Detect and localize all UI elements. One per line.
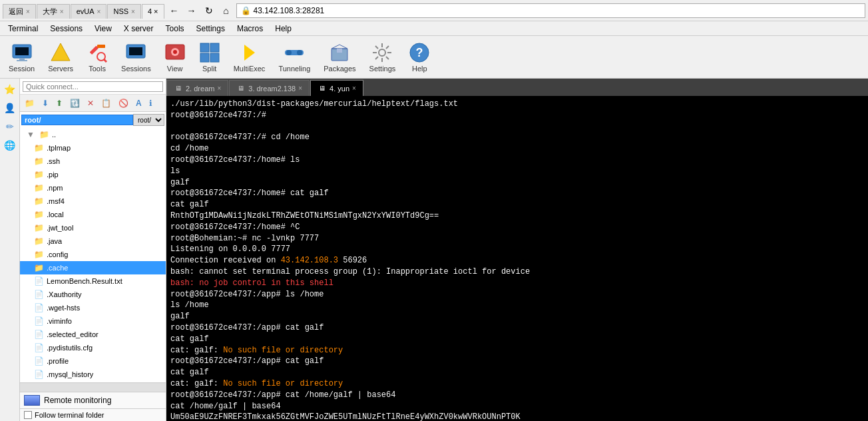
toolbar-multiexec[interactable]: MultiExec bbox=[228, 38, 272, 77]
svg-point-20 bbox=[286, 50, 292, 55]
nav-home-button[interactable]: ⌂ bbox=[219, 3, 234, 18]
toolbar-servers[interactable]: Servers bbox=[42, 38, 79, 77]
svg-line-32 bbox=[386, 46, 389, 49]
toolbar-packages[interactable]: Packages bbox=[318, 38, 361, 77]
list-item[interactable]: 📁 .java bbox=[20, 234, 166, 248]
list-item[interactable]: 📄 .selected_editor bbox=[20, 328, 166, 341]
list-item[interactable]: 📁 .msf4 bbox=[20, 195, 166, 208]
nav-back-button[interactable]: ← bbox=[167, 3, 182, 18]
browser-tab-close-2[interactable]: × bbox=[60, 8, 64, 15]
svg-text:?: ? bbox=[416, 46, 423, 59]
list-item[interactable]: 📄 LemonBench.Result.txt bbox=[20, 274, 166, 288]
list-item[interactable]: 📁 .npm bbox=[20, 181, 166, 195]
fp-btn-4[interactable]: 🔃 bbox=[67, 97, 83, 109]
list-item[interactable]: 📁 .local bbox=[20, 208, 166, 221]
browser-tab-5[interactable]: 4 × bbox=[142, 4, 164, 19]
menu-settings[interactable]: Settings bbox=[191, 23, 230, 35]
toolbar-view[interactable]: View bbox=[158, 38, 192, 77]
tab-close-dream2[interactable]: × bbox=[298, 85, 302, 92]
sidebar-edit-icon[interactable]: ✏ bbox=[2, 119, 18, 135]
list-item[interactable]: 📁 .config bbox=[20, 248, 166, 261]
term-line-12: root@361672ce4737:/home# ^C bbox=[170, 222, 864, 233]
nav-forward-button[interactable]: → bbox=[184, 3, 199, 18]
follow-terminal-checkbox[interactable]: Follow terminal folder bbox=[20, 408, 166, 421]
list-item[interactable]: 📄 .viminfo bbox=[20, 314, 166, 328]
path-input[interactable] bbox=[21, 115, 133, 125]
toolbar-tools[interactable]: Tools bbox=[81, 38, 114, 77]
browser-tab-label-1: 返回 bbox=[9, 7, 23, 17]
menu-macros[interactable]: Macros bbox=[232, 23, 268, 35]
list-item[interactable]: 📁 .ssh bbox=[20, 155, 166, 168]
nav-refresh-button[interactable]: ↻ bbox=[202, 3, 216, 18]
toolbar-split[interactable]: Split bbox=[193, 38, 226, 77]
fp-btn-7[interactable]: 🚫 bbox=[115, 97, 132, 109]
toolbar-sessions[interactable]: Sessions bbox=[115, 38, 157, 77]
list-item[interactable]: 📁 .pip bbox=[20, 168, 166, 181]
remote-monitoring-btn[interactable]: Remote monitoring bbox=[20, 392, 166, 408]
tab-close-dream[interactable]: × bbox=[217, 85, 221, 92]
fp-btn-8[interactable]: A bbox=[132, 97, 145, 109]
remote-monitoring-icon bbox=[24, 395, 40, 406]
quick-connect-input[interactable] bbox=[23, 81, 163, 92]
address-bar[interactable]: 🔒 43.142.108.3:28281 bbox=[236, 3, 865, 18]
fp-btn-3[interactable]: ⬆ bbox=[53, 97, 66, 109]
toolbar-view-label: View bbox=[167, 65, 183, 73]
list-item[interactable]: 📄 .profile bbox=[20, 354, 166, 368]
folder-icon: 📁 bbox=[33, 156, 44, 167]
term-line-11: RnthOTg1MDAwNi1jNzdkLTRhZWEtOTNiMS1mNTgx… bbox=[170, 210, 864, 222]
tab-dream[interactable]: 🖥 2. dream × bbox=[166, 80, 228, 96]
main-area: ⭐ 👤 ✏ 🌐 📁 ⬇ ⬆ 🔃 ✕ 📋 🚫 A ℹ root/ bbox=[0, 79, 868, 421]
browser-tab-close-1[interactable]: × bbox=[26, 8, 30, 15]
browser-tab-close-3[interactable]: × bbox=[97, 8, 101, 15]
sidebar-user-icon[interactable]: 👤 bbox=[2, 100, 18, 116]
toolbar-help[interactable]: ? Help bbox=[403, 38, 436, 77]
browser-tab-2[interactable]: 大学× bbox=[37, 4, 70, 19]
list-item[interactable]: ▼ 📁 .. bbox=[20, 128, 166, 141]
svg-line-31 bbox=[386, 57, 389, 59]
fp-btn-5[interactable]: ✕ bbox=[84, 97, 97, 109]
tab-dream2[interactable]: 🖥 3. dream2.138 × bbox=[229, 80, 310, 96]
browser-tab-1[interactable]: 返回× bbox=[3, 4, 36, 19]
list-item[interactable]: 📄 .Xauthority bbox=[20, 288, 166, 301]
toolbar-settings[interactable]: Settings bbox=[363, 38, 402, 77]
sessions-icon bbox=[125, 42, 146, 63]
terminal-content[interactable]: ./usr/lib/python3/dist-packages/mercuria… bbox=[166, 96, 868, 421]
toolbar-session[interactable]: Session bbox=[3, 38, 41, 77]
browser-tab-4[interactable]: NSS× bbox=[107, 4, 140, 19]
tab-bar: 🖥 2. dream × 🖥 3. dream2.138 × 🖥 4. yun … bbox=[166, 79, 868, 96]
file-item-name: .pydistutils.cfg bbox=[47, 344, 93, 352]
list-item[interactable]: 📄 .pydistutils.cfg bbox=[20, 341, 166, 354]
browser-tab-close-4[interactable]: × bbox=[131, 8, 135, 15]
tab-yun[interactable]: 🖥 4. yun × bbox=[310, 80, 363, 96]
list-item-cache[interactable]: 📁 .cache bbox=[20, 261, 166, 274]
toolbar-tunneling[interactable]: Tunneling bbox=[272, 38, 316, 77]
menu-tools[interactable]: Tools bbox=[160, 23, 190, 35]
fp-btn-6[interactable]: 📋 bbox=[98, 97, 114, 109]
list-item[interactable]: 📄 .wget-hsts bbox=[20, 301, 166, 314]
follow-terminal-check[interactable] bbox=[24, 411, 32, 419]
browser-tab-3[interactable]: evUA× bbox=[71, 4, 107, 19]
file-item-name: .. bbox=[52, 131, 56, 139]
file-item-name: .Xauthority bbox=[47, 290, 82, 298]
sidebar-globe-icon[interactable]: 🌐 bbox=[2, 137, 18, 153]
path-dropdown[interactable]: root/ bbox=[133, 114, 164, 126]
menu-xserver[interactable]: X server bbox=[118, 23, 159, 35]
tab-close-yun[interactable]: × bbox=[352, 85, 356, 92]
file-icon: 📄 bbox=[33, 356, 44, 366]
list-item[interactable]: 📁 .tplmap bbox=[20, 141, 166, 155]
list-item[interactable]: 📁 .jwt_tool bbox=[20, 221, 166, 234]
term-line-18: root@361672ce4737:/app# ls /home bbox=[170, 289, 864, 300]
menu-sessions[interactable]: Sessions bbox=[45, 23, 88, 35]
fp-btn-9[interactable]: ℹ bbox=[146, 97, 156, 109]
toolbar-sessions-label: Sessions bbox=[121, 65, 151, 73]
fp-btn-1[interactable]: 📁 bbox=[21, 97, 38, 109]
toolbar-tunneling-label: Tunneling bbox=[278, 65, 310, 73]
menu-help[interactable]: Help bbox=[270, 23, 297, 35]
fp-btn-2[interactable]: ⬇ bbox=[39, 97, 52, 109]
sidebar-favorites-icon[interactable]: ⭐ bbox=[2, 81, 18, 97]
menu-terminal[interactable]: Terminal bbox=[3, 23, 43, 35]
menu-view[interactable]: View bbox=[89, 23, 117, 35]
hscroll-bar[interactable] bbox=[20, 382, 166, 392]
list-item[interactable]: 📄 .mysql_history bbox=[20, 368, 166, 381]
term-line-14: Listening on 0.0.0.0 7777 bbox=[170, 244, 864, 255]
